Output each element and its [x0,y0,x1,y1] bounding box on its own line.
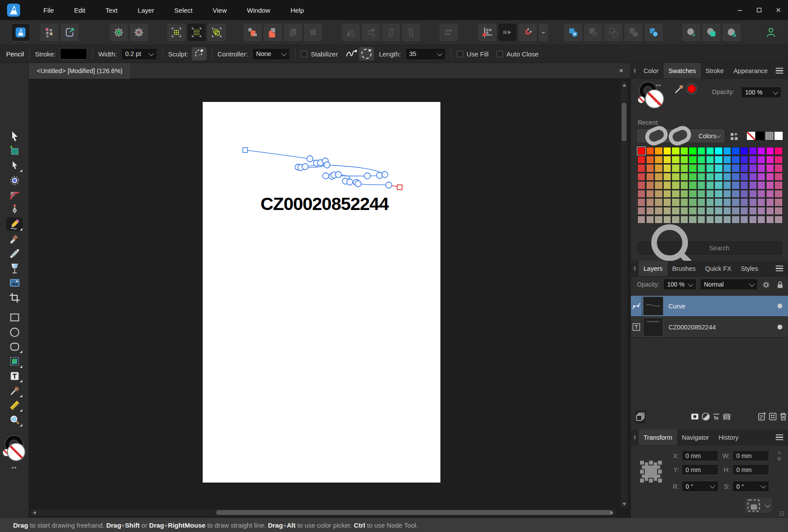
menu-edit[interactable]: Edit [64,1,95,19]
tab-quickfx[interactable]: Quick FX [700,261,736,276]
use-fill-checkbox[interactable] [457,51,463,57]
rectangle-tool-icon[interactable] [6,311,23,324]
swatch-cell[interactable] [672,198,679,206]
auto-close-checkbox[interactable] [496,51,503,57]
swatch-cell[interactable] [740,164,748,172]
swatch-cell[interactable] [766,216,774,224]
fill-color-well[interactable] [7,443,25,461]
swatch-cell[interactable] [757,216,765,224]
swatch-cell[interactable] [723,190,731,198]
place-image-tool-icon[interactable] [6,276,23,290]
swatch-cell[interactable] [706,198,714,206]
swatch-cell[interactable] [732,198,739,206]
snap-grid-icon[interactable] [167,24,186,41]
layer-name[interactable]: CZ00020852244 [663,317,777,337]
swatch-cell[interactable] [723,181,731,189]
swatch-cell[interactable] [663,147,671,155]
lock-layer-icon[interactable] [775,280,785,290]
swatch-cell[interactable] [766,198,774,206]
fill-stroke-selector[interactable] [3,436,26,473]
fill-swatch-circle[interactable] [645,89,664,108]
mask-layer-icon[interactable] [690,410,700,424]
adjustment-layer-icon[interactable] [700,410,711,424]
swatch-cell[interactable] [646,181,654,189]
layer-visibility-toggle[interactable] [777,325,782,329]
ellipse-tool-icon[interactable] [6,326,23,339]
panel-menu-icon[interactable] [776,68,783,74]
pixel-grid-icon[interactable] [187,24,206,41]
swatch-cell[interactable] [637,156,645,164]
swatch-cell[interactable] [663,156,671,164]
snap-shapes-icon[interactable] [208,24,226,41]
blend-mode-dropdown[interactable]: Normal [700,279,758,290]
swatch-cell[interactable] [749,181,757,189]
rotation-dropdown[interactable]: 0 ° [682,481,718,492]
sculpt-toggle-icon[interactable] [192,47,207,60]
swatch-cell[interactable] [646,173,654,181]
snapping-magnet-icon[interactable] [518,24,537,41]
swatch-cell[interactable] [740,156,748,164]
swatch-cell[interactable] [672,190,679,198]
swatch-cell[interactable] [749,164,757,172]
tab-styles[interactable]: Styles [736,261,763,276]
swatch-cell[interactable] [740,216,748,224]
swatch-cell[interactable] [757,190,765,198]
width-dropdown[interactable]: 0.2 pt [121,48,157,60]
controller-dropdown[interactable]: None [252,48,290,60]
swatch-cell[interactable] [723,156,731,164]
swatch-cell[interactable] [680,173,688,181]
x-input[interactable] [682,450,718,461]
swatch-cell[interactable] [689,156,697,164]
canvas-viewport[interactable]: CZ00020852244 [29,79,630,518]
panel-menu-icon[interactable] [776,266,783,271]
swatch-cell[interactable] [689,190,697,198]
quick-swatch-none[interactable] [746,131,756,140]
swatch-cell[interactable] [654,156,662,164]
swatch-cell[interactable] [680,164,688,172]
swatch-cell[interactable] [766,147,774,155]
menu-layer[interactable]: Layer [128,1,165,19]
measure-tool-icon[interactable] [6,399,23,412]
swatch-cell[interactable] [714,164,722,172]
tab-swatches[interactable]: Swatches [664,63,701,78]
account-icon[interactable] [762,24,780,41]
swatch-cell[interactable] [689,181,697,189]
layer-row-text[interactable]: CZ00020852244 [631,317,788,338]
transform-origin-icon[interactable] [478,24,496,41]
swatch-cell[interactable] [732,216,739,224]
insert-behind-icon[interactable] [243,24,262,41]
swatch-cell[interactable] [757,181,765,189]
swatch-cell[interactable] [706,156,714,164]
add-swatch-icon[interactable] [729,131,739,142]
swatch-cell[interactable] [680,181,688,189]
corner-tool-icon[interactable] [6,188,23,202]
swatch-cell[interactable] [714,156,722,164]
swatch-cell[interactable] [732,147,739,155]
menu-help[interactable]: Help [280,1,314,19]
swatch-cell[interactable] [663,198,671,206]
swatch-cell[interactable] [697,181,705,189]
swatch-cell[interactable] [637,173,645,181]
swatch-search-box[interactable] [637,242,782,255]
swatch-cell[interactable] [689,164,697,172]
swatch-cell[interactable] [757,164,765,172]
fill-gradient-tool-icon[interactable] [6,247,23,260]
selection-box-button[interactable] [745,498,772,513]
swap-colors-icon[interactable] [9,463,19,471]
move-tool-icon[interactable] [6,130,23,143]
swatch-cell[interactable] [766,181,774,189]
tab-layers[interactable]: Layers [639,261,668,276]
swatch-cell[interactable] [740,198,748,206]
stabilizer-checkbox[interactable] [301,51,307,57]
vector-crop-tool-icon[interactable] [6,291,23,304]
swatch-cell[interactable] [663,164,671,172]
minimize-button[interactable] [730,1,749,19]
layer-thumbnail[interactable] [643,297,663,315]
swatch-cell[interactable] [654,164,662,172]
swatch-cell[interactable] [757,173,765,181]
add-layer-icon[interactable] [756,410,767,424]
page-text-object[interactable]: CZ00020852244 [260,194,388,214]
swatch-cell[interactable] [774,164,782,172]
search-input[interactable] [709,245,778,252]
swatch-cell[interactable] [714,207,722,215]
